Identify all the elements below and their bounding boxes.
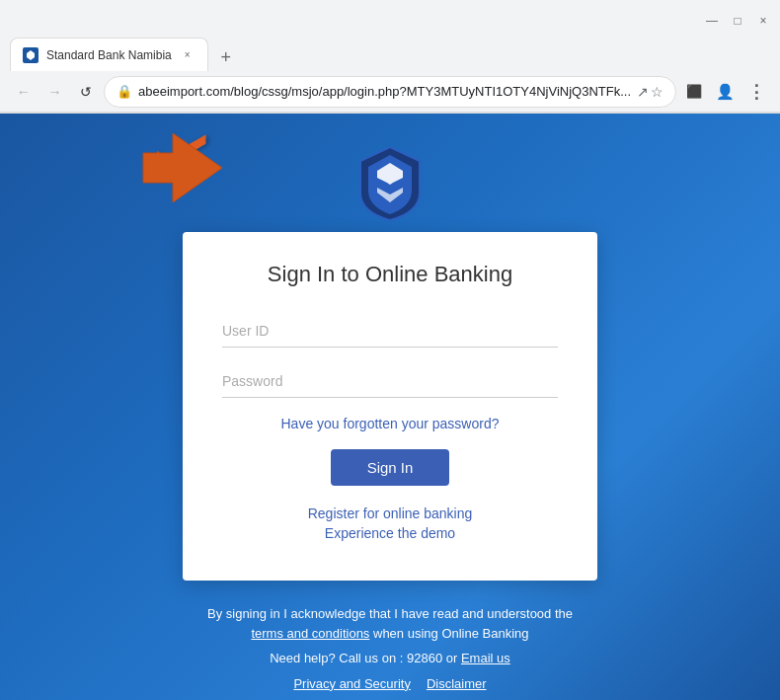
forward-button[interactable]: → — [41, 78, 69, 106]
footer-text3: when using Online Banking — [373, 626, 529, 641]
card-links: Register for online banking Experience t… — [222, 506, 558, 541]
account-button[interactable]: 👤 — [712, 78, 740, 106]
demo-link[interactable]: Experience the demo — [222, 525, 558, 541]
terms-link[interactable]: terms and conditions — [251, 626, 369, 641]
footer-links-row: Privacy and Security Disclaimer — [207, 676, 573, 691]
email-link[interactable]: Email us — [461, 651, 510, 665]
browser-toolbar: ← → ↺ 🔒 abeeimport.com/blog/cssg/msjo/ap… — [0, 71, 780, 113]
close-button[interactable]: × — [756, 14, 770, 28]
maximize-button[interactable]: □ — [731, 14, 744, 28]
tabs-bar: Standard Bank Namibia × + — [0, 36, 780, 71]
active-tab[interactable]: Standard Bank Namibia × — [10, 38, 208, 71]
tab-title: Standard Bank Namibia — [46, 48, 172, 62]
footer-text1: By signing in I acknowledge that I have … — [207, 606, 573, 621]
svg-marker-0 — [153, 131, 215, 187]
disclaimer-link[interactable]: Disclaimer — [427, 676, 487, 691]
bank-logo — [355, 143, 425, 212]
back-button[interactable]: ← — [10, 78, 38, 106]
login-card: Sign In to Online Banking Have you forgo… — [183, 232, 597, 581]
phone-number: Call us on : 92860 or — [339, 651, 457, 665]
forgot-password-link[interactable]: Have you forgotten your password? — [222, 416, 558, 431]
page-footer: By signing in I acknowledge that I have … — [148, 604, 632, 691]
lock-icon: 🔒 — [117, 84, 132, 99]
minimize-button[interactable]: — — [705, 14, 719, 28]
userid-input[interactable] — [222, 315, 558, 348]
menu-button[interactable]: ⋮ — [742, 78, 770, 106]
tab-favicon — [23, 47, 39, 63]
sign-in-button[interactable]: Sign In — [331, 449, 449, 486]
footer-help-line: Need help? Call us on : 92860 or Email u… — [207, 649, 573, 668]
svg-marker-1 — [158, 171, 212, 200]
privacy-link[interactable]: Privacy and Security — [293, 676, 411, 691]
warning-arrow — [138, 123, 227, 216]
browser-chrome: — □ × Standard Bank Namibia × + ← → ↺ 🔒 … — [0, 0, 780, 114]
tab-close-button[interactable]: × — [180, 47, 195, 63]
address-text: abeeimport.com/blog/cssg/msjo/app/login.… — [138, 84, 631, 99]
share-icon[interactable]: ↗ — [637, 84, 649, 100]
address-bar[interactable]: 🔒 abeeimport.com/blog/cssg/msjo/app/logi… — [104, 76, 676, 108]
reload-button[interactable]: ↺ — [72, 78, 100, 106]
page-content: SPL — [0, 114, 780, 700]
bookmark-icon[interactable]: ☆ — [651, 84, 663, 100]
card-title: Sign In to Online Banking — [222, 262, 558, 287]
svg-marker-2 — [143, 133, 222, 202]
new-tab-button[interactable]: + — [212, 43, 240, 71]
password-input[interactable] — [222, 365, 558, 398]
register-link[interactable]: Register for online banking — [222, 506, 558, 521]
footer-line1: By signing in I acknowledge that I have … — [207, 604, 573, 643]
title-bar-controls: — □ × — [705, 14, 770, 28]
help-text: Need help? — [270, 651, 336, 665]
address-bar-actions: ↗ ☆ — [637, 84, 663, 100]
extensions-button[interactable]: ⬛ — [680, 78, 708, 106]
title-bar: — □ × — [0, 0, 780, 36]
